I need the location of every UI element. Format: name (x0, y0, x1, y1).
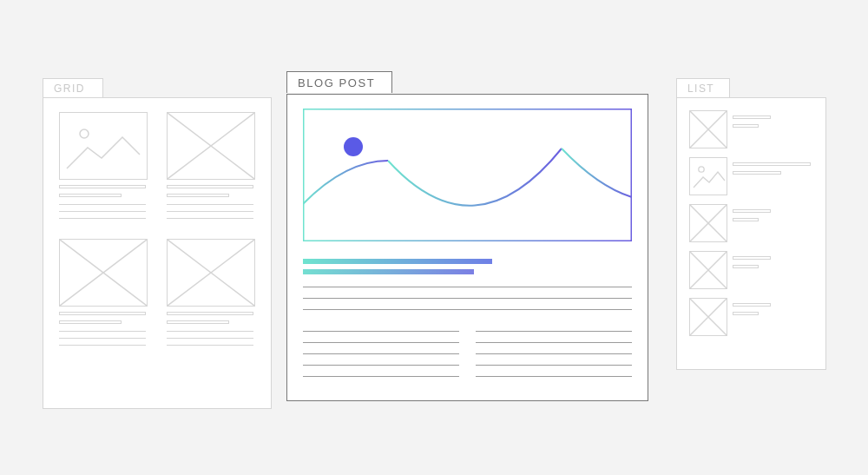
list-thumb (689, 157, 727, 195)
list-line (733, 256, 771, 260)
body-rule (303, 298, 632, 299)
grid-thumb-3 (59, 239, 148, 307)
col-rule (476, 376, 632, 377)
col-rule (476, 331, 632, 332)
grid-thumb-2 (167, 112, 255, 180)
col-rule (476, 342, 632, 343)
grid-caption (167, 320, 229, 324)
list-panel (676, 97, 826, 370)
grid-caption (59, 320, 122, 324)
grid-caption (167, 211, 253, 212)
grid-caption (167, 345, 253, 346)
list-thumb (689, 251, 727, 289)
list-line (733, 171, 781, 175)
svg-point-8 (344, 137, 363, 156)
grid-panel (43, 97, 272, 409)
list-line (733, 115, 771, 119)
grid-caption (59, 331, 146, 332)
grid-caption (59, 338, 146, 339)
list-thumb (689, 204, 727, 242)
grid-caption (59, 194, 122, 197)
list-tab-label: LIST (676, 78, 730, 97)
col-rule (303, 342, 459, 343)
grid-caption (59, 204, 146, 205)
grid-caption (59, 312, 146, 315)
layout-diagram: GRID (0, 0, 868, 475)
svg-point-0 (80, 129, 89, 138)
headline-bar-2 (303, 269, 474, 274)
grid-caption (167, 331, 253, 332)
grid-caption (59, 185, 146, 188)
grid-caption (167, 194, 229, 197)
list-line (733, 162, 811, 166)
col-rule (303, 365, 459, 366)
body-rule (303, 309, 632, 310)
list-thumb (689, 110, 727, 148)
body-rule (303, 287, 632, 287)
grid-caption (59, 345, 146, 346)
grid-caption (167, 204, 253, 205)
grid-caption (59, 211, 146, 212)
grid-tab-label: GRID (43, 78, 103, 97)
blog-post-panel (286, 94, 648, 401)
blog-tab-label: BLOG POST (286, 71, 392, 93)
list-line (733, 209, 771, 213)
col-rule (476, 353, 632, 354)
grid-caption (59, 218, 146, 219)
list-line (733, 265, 759, 268)
col-rule (476, 365, 632, 366)
col-rule (303, 376, 459, 377)
list-line (733, 218, 759, 221)
grid-caption (167, 312, 253, 315)
grid-caption (167, 338, 253, 339)
list-line (733, 303, 771, 307)
list-line (733, 312, 759, 315)
svg-point-14 (699, 167, 704, 172)
grid-caption (167, 185, 253, 188)
headline-bar-1 (303, 259, 492, 264)
col-rule (303, 353, 459, 354)
hero-illustration (303, 109, 632, 241)
col-rule (303, 331, 459, 332)
grid-caption (167, 218, 253, 219)
grid-thumb-1 (59, 112, 148, 180)
list-line (733, 124, 759, 128)
grid-thumb-4 (167, 239, 255, 307)
list-thumb (689, 298, 727, 336)
